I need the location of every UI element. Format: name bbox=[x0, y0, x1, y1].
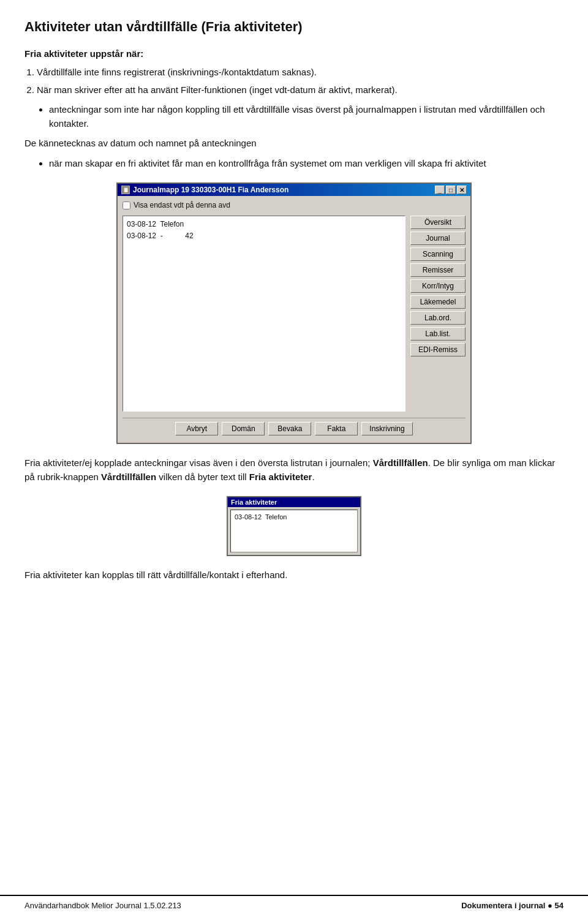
bullet-item-1: anteckningar som inte har någon koppling… bbox=[49, 103, 564, 130]
checkbox-row: Visa endast vdt på denna avd bbox=[123, 201, 466, 209]
korrintyg-button[interactable]: Korr/Intyg bbox=[410, 279, 466, 293]
fakta-button[interactable]: Fakta bbox=[315, 422, 358, 435]
dialog-titlebar: 📋 Journalmapp 19 330303-00H1 Fia Anderss… bbox=[118, 184, 470, 196]
journal-button[interactable]: Journal bbox=[410, 232, 466, 245]
remisser-button[interactable]: Remisser bbox=[410, 263, 466, 277]
lakemedel-button[interactable]: Läkemedel bbox=[410, 295, 466, 309]
dialog-list[interactable]: 03-08-12 Telefon 03-08-12 - 42 bbox=[123, 216, 405, 412]
journalmapp-dialog: 📋 Journalmapp 19 330303-00H1 Fia Anderss… bbox=[116, 183, 472, 444]
dialog-body: Visa endast vdt på denna avd 03-08-12 Te… bbox=[118, 196, 470, 443]
inskrivning-button[interactable]: Inskrivning bbox=[361, 422, 412, 435]
maximize-button[interactable]: □ bbox=[446, 186, 456, 194]
minimize-button[interactable]: _ bbox=[435, 186, 445, 194]
checkbox-label: Visa endast vdt på denna avd bbox=[134, 201, 230, 209]
fria-text-paragraph: Fria aktiviteter/ej kopplade anteckninga… bbox=[24, 456, 564, 484]
bullet-item-2: när man skapar en fri aktivitet får man … bbox=[49, 157, 564, 171]
oversikt-button[interactable]: Översikt bbox=[410, 216, 466, 229]
ediremiss-button[interactable]: EDI-Remiss bbox=[410, 343, 466, 356]
bullet-list: anteckningar som inte har någon koppling… bbox=[49, 103, 564, 130]
doman-button[interactable]: Domän bbox=[222, 422, 265, 435]
avbryt-button[interactable]: Avbryt bbox=[175, 422, 218, 435]
fria-aktiviteter-dialog: Fria aktiviteter 03-08-12 Telefon bbox=[227, 496, 361, 556]
list-item: Vårdtillfälle inte finns registrerat (in… bbox=[37, 66, 564, 80]
page-content: Aktiviteter utan vårdtillfälle (Fria akt… bbox=[0, 0, 588, 638]
dialog-right-buttons: Översikt Journal Scanning Remisser Korr/… bbox=[410, 216, 466, 412]
subheading: Fria aktiviteter uppstår när: bbox=[24, 47, 564, 61]
kontrollfråga-text: De kännetecknas av datum och namnet på a… bbox=[24, 137, 564, 151]
list-item-1[interactable]: 03-08-12 - 42 bbox=[126, 230, 402, 242]
small-dialog-wrapper: Fria aktiviteter 03-08-12 Telefon bbox=[227, 496, 361, 556]
vdt-checkbox[interactable] bbox=[123, 201, 130, 209]
dialog-main-area: 03-08-12 Telefon 03-08-12 - 42 Översikt … bbox=[123, 216, 466, 412]
titlebar-controls: _ □ ✕ bbox=[435, 186, 467, 194]
lablist-button[interactable]: Lab.list. bbox=[410, 327, 466, 341]
list-item: När man skriver efter att ha använt Filt… bbox=[37, 83, 564, 97]
page-footer: Användarhandbok Melior Journal 1.5.02.21… bbox=[0, 895, 588, 915]
labord-button[interactable]: Lab.ord. bbox=[410, 311, 466, 325]
titlebar-icon: 📋 bbox=[121, 186, 130, 194]
dialog-wrapper: 📋 Journalmapp 19 330303-00H1 Fia Anderss… bbox=[116, 183, 472, 444]
bevaka-button[interactable]: Bevaka bbox=[268, 422, 311, 435]
close-button[interactable]: ✕ bbox=[457, 186, 467, 194]
footer-left-text: Användarhandbok Melior Journal 1.5.02.21… bbox=[24, 901, 181, 910]
numbered-list: Vårdtillfälle inte finns registrerat (in… bbox=[37, 66, 564, 97]
fria-list-item[interactable]: 03-08-12 Telefon bbox=[233, 513, 355, 521]
bullet-list-2: när man skapar en fri aktivitet får man … bbox=[49, 157, 564, 171]
dialog-title: Journalmapp 19 330303-00H1 Fia Andersson bbox=[133, 186, 288, 194]
footer-right-text: Dokumentera i journal ● 54 bbox=[461, 901, 564, 910]
dialog-footer: Avbryt Domän Bevaka Fakta Inskrivning bbox=[123, 418, 466, 438]
page-title: Aktiviteter utan vårdtillfälle (Fria akt… bbox=[24, 18, 564, 36]
list-item-0[interactable]: 03-08-12 Telefon bbox=[126, 219, 402, 230]
scanning-button[interactable]: Scanning bbox=[410, 247, 466, 261]
small-dialog-header: Fria aktiviteter bbox=[228, 497, 360, 507]
titlebar-left: 📋 Journalmapp 19 330303-00H1 Fia Anderss… bbox=[121, 186, 288, 194]
small-dialog-body: 03-08-12 Telefon bbox=[230, 510, 358, 552]
last-text: Fria aktiviteter kan kopplas till rätt v… bbox=[24, 568, 564, 582]
